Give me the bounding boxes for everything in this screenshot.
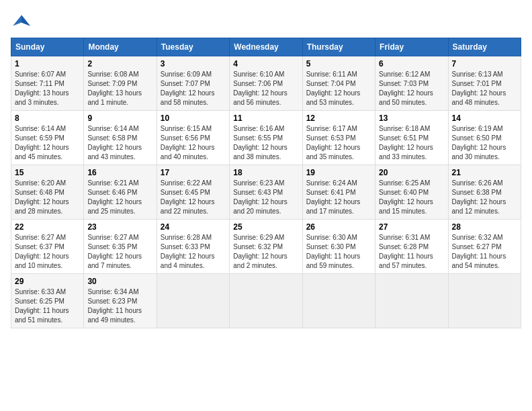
day-number: 14 [452,113,517,123]
day-info: Sunrise: 6:07 AMSunset: 7:11 PMDaylight:… [15,70,80,107]
day-number: 25 [233,222,298,232]
calendar-cell: 30 Sunrise: 6:34 AMSunset: 6:23 PMDaylig… [84,274,157,328]
day-number: 28 [452,222,517,232]
day-info: Sunrise: 6:22 AMSunset: 6:45 PMDaylight:… [161,179,226,216]
day-of-week-header: Tuesday [157,38,229,56]
day-number: 8 [15,113,80,123]
day-of-week-header: Monday [84,38,157,56]
day-info: Sunrise: 6:14 AMSunset: 6:58 PMDaylight:… [87,124,152,162]
day-info: Sunrise: 6:30 AMSunset: 6:30 PMDaylight:… [306,233,371,271]
day-info: Sunrise: 6:17 AMSunset: 6:53 PMDaylight:… [306,124,371,162]
day-of-week-header: Friday [375,38,448,56]
calendar-cell: 7 Sunrise: 6:13 AMSunset: 7:01 PMDayligh… [448,56,521,111]
day-number: 27 [379,222,444,232]
calendar-cell: 27 Sunrise: 6:31 AMSunset: 6:28 PMDaylig… [375,220,448,274]
calendar-cell: 1 Sunrise: 6:07 AMSunset: 7:11 PMDayligh… [11,56,84,111]
calendar-cell: 18 Sunrise: 6:23 AMSunset: 6:43 PMDaylig… [230,165,302,220]
calendar-cell [302,274,375,328]
calendar-cell: 25 Sunrise: 6:29 AMSunset: 6:32 PMDaylig… [230,220,302,274]
page-header [11,11,521,32]
day-info: Sunrise: 6:26 AMSunset: 6:38 PMDaylight:… [452,179,517,216]
day-number: 19 [306,168,371,177]
day-info: Sunrise: 6:10 AMSunset: 7:06 PMDaylight:… [233,70,298,107]
day-info: Sunrise: 6:31 AMSunset: 6:28 PMDaylight:… [379,233,444,271]
day-number: 17 [161,168,226,177]
day-info: Sunrise: 6:15 AMSunset: 6:56 PMDaylight:… [161,124,226,162]
day-info: Sunrise: 6:34 AMSunset: 6:23 PMDaylight:… [87,287,152,325]
calendar-cell [157,274,229,328]
day-info: Sunrise: 6:09 AMSunset: 7:07 PMDaylight:… [161,70,226,107]
day-info: Sunrise: 6:18 AMSunset: 6:51 PMDaylight:… [379,124,444,162]
svg-marker-1 [21,15,30,26]
day-of-week-header: Wednesday [230,38,302,56]
logo-icon [11,11,32,32]
day-number: 20 [379,168,444,177]
day-info: Sunrise: 6:16 AMSunset: 6:55 PMDaylight:… [233,124,298,162]
calendar-cell: 6 Sunrise: 6:12 AMSunset: 7:03 PMDayligh… [375,56,448,111]
calendar-cell: 4 Sunrise: 6:10 AMSunset: 7:06 PMDayligh… [230,56,302,111]
day-number: 10 [161,113,226,123]
calendar-cell: 23 Sunrise: 6:27 AMSunset: 6:35 PMDaylig… [84,220,157,274]
day-number: 21 [452,168,517,177]
calendar-cell: 5 Sunrise: 6:11 AMSunset: 7:04 PMDayligh… [302,56,375,111]
calendar-cell: 14 Sunrise: 6:19 AMSunset: 6:50 PMDaylig… [448,111,521,165]
day-number: 6 [379,59,444,68]
day-number: 24 [161,222,226,232]
calendar-cell: 3 Sunrise: 6:09 AMSunset: 7:07 PMDayligh… [157,56,229,111]
calendar-cell: 21 Sunrise: 6:26 AMSunset: 6:38 PMDaylig… [448,165,521,220]
day-number: 11 [233,113,298,123]
calendar-cell: 9 Sunrise: 6:14 AMSunset: 6:58 PMDayligh… [84,111,157,165]
day-info: Sunrise: 6:08 AMSunset: 7:09 PMDaylight:… [87,70,152,107]
day-number: 26 [306,222,371,232]
day-info: Sunrise: 6:13 AMSunset: 7:01 PMDaylight:… [452,70,517,107]
day-number: 4 [233,59,298,68]
day-info: Sunrise: 6:24 AMSunset: 6:41 PMDaylight:… [306,179,371,216]
calendar-cell: 29 Sunrise: 6:33 AMSunset: 6:25 PMDaylig… [11,274,84,328]
day-info: Sunrise: 6:25 AMSunset: 6:40 PMDaylight:… [379,179,444,216]
day-number: 2 [87,59,152,68]
day-number: 1 [15,59,80,68]
calendar-cell [375,274,448,328]
calendar-cell: 15 Sunrise: 6:20 AMSunset: 6:48 PMDaylig… [11,165,84,220]
day-info: Sunrise: 6:21 AMSunset: 6:46 PMDaylight:… [87,179,152,216]
day-info: Sunrise: 6:33 AMSunset: 6:25 PMDaylight:… [15,287,80,325]
day-number: 13 [379,113,444,123]
calendar-week-row: 29 Sunrise: 6:33 AMSunset: 6:25 PMDaylig… [11,274,521,328]
calendar-cell: 28 Sunrise: 6:32 AMSunset: 6:27 PMDaylig… [448,220,521,274]
calendar-cell: 12 Sunrise: 6:17 AMSunset: 6:53 PMDaylig… [302,111,375,165]
day-info: Sunrise: 6:28 AMSunset: 6:33 PMDaylight:… [161,233,226,271]
day-info: Sunrise: 6:32 AMSunset: 6:27 PMDaylight:… [452,233,517,271]
day-info: Sunrise: 6:11 AMSunset: 7:04 PMDaylight:… [306,70,371,107]
calendar-cell: 17 Sunrise: 6:22 AMSunset: 6:45 PMDaylig… [157,165,229,220]
day-info: Sunrise: 6:12 AMSunset: 7:03 PMDaylight:… [379,70,444,107]
calendar-table: SundayMondayTuesdayWednesdayThursdayFrid… [11,38,521,328]
day-number: 5 [306,59,371,68]
day-of-week-header: Sunday [11,38,84,56]
day-number: 23 [87,222,152,232]
day-info: Sunrise: 6:29 AMSunset: 6:32 PMDaylight:… [233,233,298,271]
day-number: 18 [233,168,298,177]
calendar-week-row: 1 Sunrise: 6:07 AMSunset: 7:11 PMDayligh… [11,56,521,111]
day-number: 12 [306,113,371,123]
calendar-cell: 8 Sunrise: 6:14 AMSunset: 6:59 PMDayligh… [11,111,84,165]
calendar-week-row: 15 Sunrise: 6:20 AMSunset: 6:48 PMDaylig… [11,165,521,220]
calendar-week-row: 22 Sunrise: 6:27 AMSunset: 6:37 PMDaylig… [11,220,521,274]
day-of-week-header: Saturday [448,38,521,56]
day-of-week-header: Thursday [302,38,375,56]
calendar-cell: 24 Sunrise: 6:28 AMSunset: 6:33 PMDaylig… [157,220,229,274]
calendar-cell: 22 Sunrise: 6:27 AMSunset: 6:37 PMDaylig… [11,220,84,274]
day-number: 16 [87,168,152,177]
day-number: 3 [161,59,226,68]
day-number: 15 [15,168,80,177]
calendar-header-row: SundayMondayTuesdayWednesdayThursdayFrid… [11,38,521,56]
day-info: Sunrise: 6:20 AMSunset: 6:48 PMDaylight:… [15,179,80,216]
logo [11,11,35,32]
day-number: 22 [15,222,80,232]
calendar-cell: 19 Sunrise: 6:24 AMSunset: 6:41 PMDaylig… [302,165,375,220]
day-number: 7 [452,59,517,68]
day-number: 9 [87,113,152,123]
day-number: 29 [15,277,80,286]
calendar-week-row: 8 Sunrise: 6:14 AMSunset: 6:59 PMDayligh… [11,111,521,165]
day-info: Sunrise: 6:27 AMSunset: 6:37 PMDaylight:… [15,233,80,271]
day-info: Sunrise: 6:19 AMSunset: 6:50 PMDaylight:… [452,124,517,162]
